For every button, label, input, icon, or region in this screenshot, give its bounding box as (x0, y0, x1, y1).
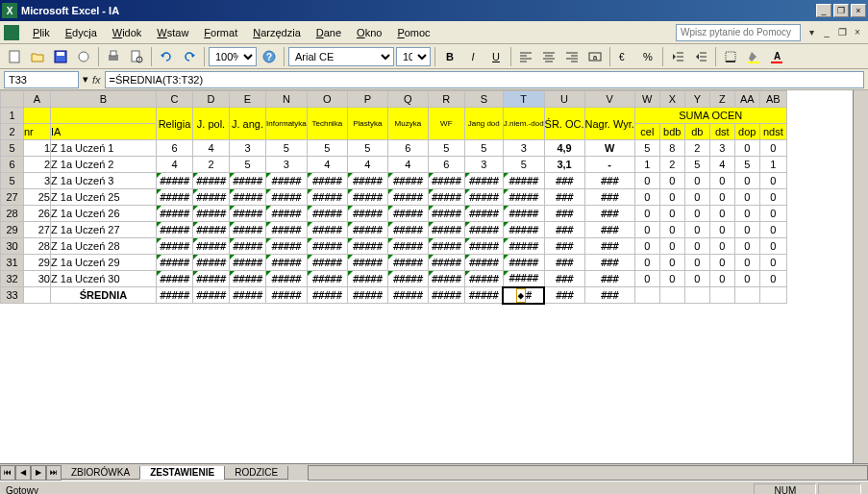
decrease-indent-button[interactable] (667, 46, 688, 67)
header-cell[interactable]: Plastyka (347, 108, 387, 140)
cell[interactable]: 0 (684, 189, 709, 206)
underline-button[interactable]: U (485, 46, 507, 67)
cell[interactable]: 2 (659, 157, 684, 173)
header-cell[interactable]: Jang dod (464, 108, 503, 140)
menu-dane[interactable]: Dane (309, 25, 349, 40)
cell[interactable]: 0 (734, 255, 759, 271)
cell[interactable]: 0 (659, 173, 684, 189)
cell-hash[interactable]: ##### (157, 271, 193, 287)
redo-button[interactable] (179, 46, 200, 67)
cell[interactable]: 0 (659, 189, 684, 206)
cell[interactable]: 3 (464, 157, 503, 173)
sheet-tab-zbiorówka[interactable]: ZBIORÓWKA (61, 466, 140, 480)
cell[interactable] (659, 287, 684, 304)
cell[interactable]: 0 (634, 238, 659, 255)
cell-hash[interactable]: ##### (307, 287, 347, 304)
cell[interactable]: 5 (503, 157, 544, 173)
horizontal-scrollbar[interactable] (308, 465, 868, 481)
cell[interactable]: 5 (428, 140, 464, 157)
cell-hash[interactable]: ### (544, 271, 584, 287)
name-box[interactable] (4, 71, 79, 88)
cell[interactable]: 1 (634, 157, 659, 173)
cell[interactable]: 0 (634, 189, 659, 206)
col-header-O[interactable]: O (307, 91, 347, 108)
cell-hash[interactable]: ##### (428, 287, 464, 304)
new-button[interactable] (4, 46, 25, 67)
cell-hash[interactable]: ### (544, 222, 584, 238)
header-cell[interactable]: bdb (659, 124, 684, 140)
cell-hash[interactable]: ##### (157, 189, 193, 206)
cell[interactable]: 0 (734, 271, 759, 287)
cell-hash[interactable]: ##### (464, 206, 503, 222)
header-cell[interactable]: Technika (307, 108, 347, 140)
cell-hash[interactable]: ##### (387, 287, 428, 304)
row-header-5[interactable]: 5 (1, 173, 24, 189)
cell[interactable]: 0 (709, 238, 734, 255)
cell-b[interactable]: Z 1a Uczeń 26 (51, 206, 157, 222)
fill-color-button[interactable] (743, 46, 764, 67)
cell-avg[interactable]: 3,1 (544, 157, 584, 173)
menu-okno[interactable]: Okno (349, 25, 389, 40)
cell-hash[interactable]: ### (584, 206, 634, 222)
cell[interactable]: 0 (684, 173, 709, 189)
cell[interactable]: 4 (307, 157, 347, 173)
sheet-tab-rodzice[interactable]: RODZICE (224, 466, 288, 480)
cell[interactable] (634, 287, 659, 304)
cell-hash[interactable]: ##### (428, 206, 464, 222)
col-header-N[interactable]: N (266, 91, 308, 108)
cell-hash[interactable]: ##### (464, 238, 503, 255)
menu-narzędzia[interactable]: Narzędzia (245, 25, 309, 40)
cell-hash[interactable]: ### (584, 255, 634, 271)
cell[interactable]: 0 (634, 271, 659, 287)
font-color-button[interactable]: A (766, 46, 787, 67)
increase-indent-button[interactable] (690, 46, 711, 67)
cell[interactable]: 3 (503, 140, 544, 157)
spreadsheet-grid[interactable]: ABCDENOPQRSTUVWXYZAAAB1ReligiaJ. pol.J. … (0, 90, 868, 463)
cell[interactable]: 4 (709, 157, 734, 173)
row-header-30[interactable]: 30 (1, 238, 24, 255)
doc-close-button[interactable]: × (851, 26, 864, 39)
cell-hash[interactable]: ##### (428, 271, 464, 287)
cell[interactable]: 0 (709, 206, 734, 222)
cell[interactable]: 4 (347, 157, 387, 173)
cell[interactable]: 3 (266, 157, 308, 173)
cell-hash[interactable]: ##### (503, 189, 544, 206)
cell[interactable]: 4 (387, 157, 428, 173)
restore-button[interactable]: ❐ (833, 4, 849, 17)
cell-hash[interactable]: ##### (387, 222, 428, 238)
cell-hash[interactable]: ##### (503, 173, 544, 189)
undo-button[interactable] (156, 46, 177, 67)
percent-button[interactable]: % (637, 46, 658, 67)
cell-selected[interactable]: ◆# (503, 287, 544, 304)
cell-hash[interactable]: ##### (307, 173, 347, 189)
cell[interactable]: 0 (709, 255, 734, 271)
cell-b[interactable]: Z 1a Uczeń 27 (51, 222, 157, 238)
cell-hash[interactable]: ##### (428, 222, 464, 238)
col-header-AA[interactable]: AA (734, 91, 759, 108)
row-header-1[interactable]: 1 (1, 108, 24, 124)
col-header-R[interactable]: R (428, 91, 464, 108)
col-header-D[interactable]: D (193, 91, 230, 108)
cell[interactable]: 5 (684, 157, 709, 173)
cell[interactable]: 0 (659, 255, 684, 271)
header-cell[interactable]: WF (428, 108, 464, 140)
cell[interactable]: 0 (734, 189, 759, 206)
header-ia[interactable]: IA (51, 124, 157, 140)
cell-hash[interactable]: ##### (503, 271, 544, 287)
cell[interactable]: 4 (193, 140, 230, 157)
header-cell[interactable]: Nagr. Wyr. (584, 108, 634, 140)
cell[interactable] (684, 287, 709, 304)
cell-hash[interactable]: ##### (347, 206, 387, 222)
cell[interactable]: 0 (659, 238, 684, 255)
cell[interactable]: 0 (684, 255, 709, 271)
cell[interactable]: 0 (634, 173, 659, 189)
cell-wyr[interactable]: W (584, 140, 634, 157)
row-header-31[interactable]: 31 (1, 255, 24, 271)
cell-hash[interactable]: ##### (266, 287, 308, 304)
cell[interactable]: 3 (230, 140, 266, 157)
col-header-Y[interactable]: Y (684, 91, 709, 108)
header-cell[interactable]: Informatyka (266, 108, 308, 140)
cell-hash[interactable]: ##### (503, 238, 544, 255)
cell[interactable]: 0 (634, 255, 659, 271)
cell-hash[interactable]: ### (584, 287, 634, 304)
